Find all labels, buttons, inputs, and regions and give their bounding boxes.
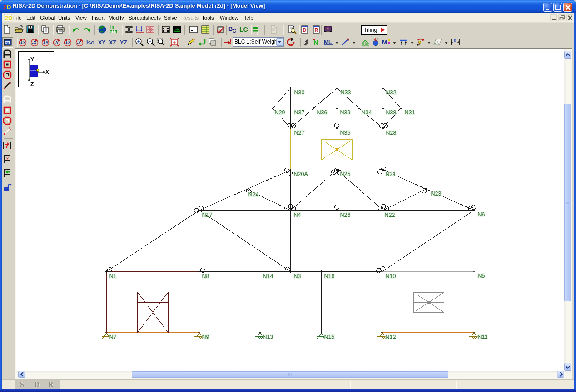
svg-text:N31: N31 (405, 109, 415, 116)
svg-text:N39: N39 (340, 109, 351, 116)
svg-text:-X: -X (32, 40, 37, 45)
svg-text:R: R (315, 27, 318, 33)
svg-text:?: ? (6, 156, 9, 161)
svg-text:YZ: YZ (120, 39, 127, 46)
svg-text:C: C (233, 28, 236, 34)
svg-text:-Y: -Y (55, 40, 59, 45)
svg-text:N37: N37 (294, 109, 305, 116)
svg-text:N33: N33 (341, 89, 351, 96)
svg-text:N12: N12 (386, 334, 396, 340)
svg-text:N8: N8 (202, 273, 209, 279)
svg-text:Iso: Iso (86, 39, 94, 46)
svg-text:N34: N34 (362, 109, 372, 116)
svg-text:+X: +X (20, 40, 26, 45)
svg-text:N28: N28 (386, 130, 397, 136)
svg-text:B: B (228, 25, 233, 32)
svg-text:N10: N10 (386, 273, 396, 279)
svg-text:N13: N13 (263, 334, 273, 340)
svg-text:N26: N26 (340, 212, 351, 218)
svg-text:D: D (7, 4, 11, 10)
svg-text:N14: N14 (263, 273, 273, 279)
svg-text:N16: N16 (324, 273, 335, 279)
svg-text:N22: N22 (385, 212, 395, 218)
svg-text:XY: XY (98, 39, 106, 46)
svg-text:N27: N27 (294, 130, 305, 136)
svg-text:N11: N11 (478, 334, 488, 340)
svg-text:N17: N17 (202, 212, 213, 218)
svg-text:Z: Z (30, 81, 34, 87)
svg-text:N6: N6 (478, 211, 485, 218)
svg-text:+Z: +Z (65, 40, 71, 45)
svg-text:N21: N21 (386, 171, 396, 177)
svg-text:in: in (110, 25, 114, 29)
svg-text:N29: N29 (275, 109, 285, 116)
svg-text:LC: LC (239, 26, 248, 33)
svg-text:?: ? (327, 27, 329, 32)
svg-text:Y: Y (30, 56, 34, 63)
svg-text:-Z: -Z (77, 40, 81, 45)
svg-text:2: 2 (5, 15, 8, 21)
svg-text:N9: N9 (202, 334, 209, 340)
svg-text:N1: N1 (109, 273, 117, 279)
svg-text:N25: N25 (340, 171, 351, 177)
svg-text:d: d (454, 38, 457, 43)
svg-text:mm: mm (110, 30, 116, 34)
svg-text:N7: N7 (109, 334, 117, 340)
svg-text:N20A: N20A (294, 171, 308, 177)
svg-text:D: D (8, 15, 12, 21)
svg-text:N38: N38 (386, 109, 397, 116)
svg-text:+Y: +Y (43, 40, 49, 45)
svg-text:N32: N32 (386, 89, 397, 96)
svg-text:N23: N23 (431, 191, 442, 197)
svg-text:N3: N3 (294, 273, 301, 279)
svg-text:D: D (303, 27, 307, 33)
svg-text:N4: N4 (294, 212, 301, 218)
svg-text:N15: N15 (324, 334, 335, 340)
svg-text:2: 2 (3, 4, 6, 10)
svg-text:ML: ML (324, 39, 332, 45)
svg-text:X: X (45, 69, 49, 75)
svg-text:N30: N30 (294, 89, 305, 96)
svg-text:XZ: XZ (109, 39, 116, 46)
svg-text:M: M (382, 39, 387, 46)
svg-text:N24: N24 (248, 191, 259, 198)
svg-text:Y: Y (377, 37, 380, 41)
svg-text:N36: N36 (317, 109, 328, 116)
svg-text:m: m (5, 41, 9, 45)
svg-text:N35: N35 (340, 130, 351, 136)
svg-text:N5: N5 (478, 273, 485, 279)
